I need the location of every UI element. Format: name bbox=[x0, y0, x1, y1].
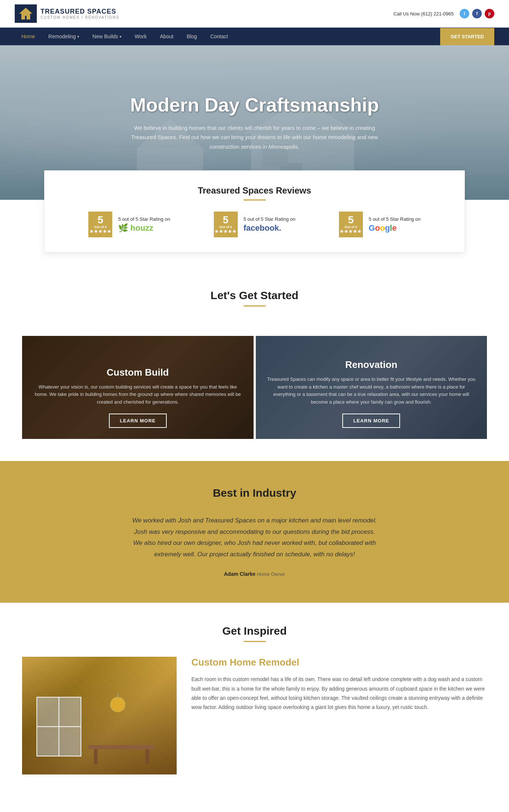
google-stars: ★★★★★ bbox=[340, 229, 362, 234]
nav-contact[interactable]: Contact bbox=[204, 28, 234, 45]
houzz-out-of: Out of 5 bbox=[94, 225, 107, 229]
nav-new-builds[interactable]: New Builds ▾ bbox=[86, 28, 128, 45]
facebook-stars: ★★★★★ bbox=[215, 229, 237, 234]
nav-blog[interactable]: Blog bbox=[180, 28, 204, 45]
pinterest-icon[interactable]: p bbox=[485, 9, 494, 18]
logo-text: TREASURED SPACES CUSTOM HOMES / RENOVATI… bbox=[40, 8, 119, 19]
nav-work[interactable]: Work bbox=[128, 28, 153, 45]
nav-about[interactable]: About bbox=[153, 28, 180, 45]
review-google: 5 Out of 5 ★★★★★ 5 out of 5 Star Rating … bbox=[339, 212, 421, 237]
renovation-description: Treasured Spaces can modify any space or… bbox=[267, 376, 476, 406]
twitter-icon[interactable]: t bbox=[460, 9, 469, 18]
top-right: Call Us Now (612) 221-0965 t f p bbox=[393, 9, 494, 18]
hero-description: We believe in building homes that our cl… bbox=[126, 123, 383, 152]
svg-rect-13 bbox=[88, 745, 155, 749]
renovation-title: Renovation bbox=[267, 359, 476, 370]
main-nav: Home Remodeling ▾ New Builds ▾ Work Abou… bbox=[0, 28, 509, 45]
testimonial-author: Adam Clarke Home Owner bbox=[52, 571, 457, 577]
best-in-industry-divider bbox=[244, 503, 266, 504]
google-number: 5 bbox=[348, 215, 354, 225]
houzz-stars: ★★★★★ bbox=[89, 229, 112, 234]
custom-build-description: Whatever your vision is, our custom buil… bbox=[33, 383, 243, 406]
inspired-row: Custom Home Remodel Each room in this cu… bbox=[22, 657, 487, 774]
hero-title: Modern Day Craftsmanship bbox=[126, 94, 383, 116]
facebook-rating-text: 5 out of 5 Star Rating on bbox=[244, 216, 296, 222]
houzz-badge: 5 Out of 5 ★★★★★ bbox=[88, 212, 112, 237]
facebook-text-area: 5 out of 5 Star Rating on facebook. bbox=[244, 216, 296, 233]
facebook-logo: facebook. bbox=[244, 223, 296, 233]
inspired-article-text: Each room in this custom remodel has a l… bbox=[191, 675, 487, 712]
top-bar: TREASURED SPACES CUSTOM HOMES / RENOVATI… bbox=[0, 0, 509, 28]
svg-marker-0 bbox=[19, 8, 32, 19]
testimonial-text: We worked with Josh and Treasured Spaces… bbox=[130, 515, 380, 560]
brand-tagline: CUSTOM HOMES / RENOVATIONS bbox=[40, 15, 119, 19]
author-name: Adam Clarke bbox=[224, 571, 255, 577]
lets-get-started-title: Let's Get Started bbox=[15, 289, 494, 302]
google-text-area: 5 out of 5 Star Rating on Google bbox=[369, 216, 421, 233]
get-inspired-divider bbox=[244, 641, 266, 642]
facebook-number: 5 bbox=[223, 215, 229, 225]
review-facebook: 5 Out of 5 ★★★★★ 5 out of 5 Star Rating … bbox=[214, 212, 296, 237]
remodeling-caret: ▾ bbox=[77, 35, 79, 39]
google-logo: Google bbox=[369, 223, 421, 233]
svg-point-11 bbox=[110, 697, 125, 712]
social-icons: t f p bbox=[460, 9, 494, 18]
google-out-of: Out of 5 bbox=[344, 225, 357, 229]
renovation-learn-more-button[interactable]: LEARN MORE bbox=[342, 414, 400, 428]
phone-number: Call Us Now (612) 221-0965 bbox=[393, 11, 454, 17]
nav-get-started-button[interactable]: GET STARTED bbox=[440, 28, 494, 45]
new-builds-caret: ▾ bbox=[120, 35, 121, 39]
houzz-number: 5 bbox=[98, 215, 103, 225]
custom-build-learn-more-button[interactable]: LEARN MORE bbox=[109, 414, 167, 428]
google-rating-text: 5 out of 5 Star Rating on bbox=[369, 216, 421, 222]
lets-get-started-section: Let's Get Started bbox=[0, 267, 509, 336]
get-inspired-section: Get Inspired Custom Home Remodel Each ro bbox=[0, 603, 509, 789]
inspired-image bbox=[22, 657, 177, 774]
inspired-article-title: Custom Home Remodel bbox=[191, 657, 487, 668]
custom-build-card: Custom Build Whatever your vision is, ou… bbox=[22, 336, 254, 439]
facebook-icon[interactable]: f bbox=[472, 9, 482, 18]
hero-content: Modern Day Craftsmanship We believe in b… bbox=[126, 94, 383, 152]
renovation-content: Renovation Treasured Spaces can modify a… bbox=[267, 359, 476, 428]
renovation-card: Renovation Treasured Spaces can modify a… bbox=[256, 336, 487, 439]
svg-rect-14 bbox=[94, 749, 98, 764]
review-houzz: 5 Out of 5 ★★★★★ 5 out of 5 Star Rating … bbox=[88, 212, 170, 237]
houzz-rating-text: 5 out of 5 Star Rating on bbox=[118, 216, 170, 222]
author-role-text: Home Owner bbox=[257, 571, 285, 577]
svg-rect-15 bbox=[145, 749, 149, 764]
houzz-text-area: 5 out of 5 Star Rating on 🌿 houzz bbox=[118, 216, 170, 233]
nav-home[interactable]: Home bbox=[15, 28, 42, 45]
logo-icon bbox=[15, 4, 37, 23]
logo: TREASURED SPACES CUSTOM HOMES / RENOVATI… bbox=[15, 4, 119, 23]
inspired-text: Custom Home Remodel Each room in this cu… bbox=[191, 657, 487, 712]
lets-get-started-divider bbox=[244, 305, 266, 306]
get-inspired-title: Get Inspired bbox=[22, 625, 487, 637]
best-in-industry-section: Best in Industry We worked with Josh and… bbox=[0, 461, 509, 603]
reviews-section: Treasured Spaces Reviews 5 Out of 5 ★★★★… bbox=[44, 170, 465, 252]
houzz-logo: 🌿 houzz bbox=[118, 223, 170, 233]
facebook-badge: 5 Out of 5 ★★★★★ bbox=[214, 212, 238, 237]
reviews-title: Treasured Spaces Reviews bbox=[67, 185, 442, 196]
facebook-out-of: Out of 5 bbox=[219, 225, 232, 229]
reviews-row: 5 Out of 5 ★★★★★ 5 out of 5 Star Rating … bbox=[67, 212, 442, 237]
brand-name: TREASURED SPACES bbox=[40, 8, 119, 15]
room-illustration bbox=[29, 694, 169, 767]
service-cards-row: Custom Build Whatever your vision is, ou… bbox=[22, 336, 487, 439]
custom-build-title: Custom Build bbox=[33, 367, 243, 378]
nav-remodeling[interactable]: Remodeling ▾ bbox=[42, 28, 86, 45]
google-badge: 5 Out of 5 ★★★★★ bbox=[339, 212, 363, 237]
best-in-industry-title: Best in Industry bbox=[52, 487, 457, 499]
reviews-divider bbox=[244, 199, 266, 201]
custom-build-content: Custom Build Whatever your vision is, ou… bbox=[33, 367, 243, 428]
